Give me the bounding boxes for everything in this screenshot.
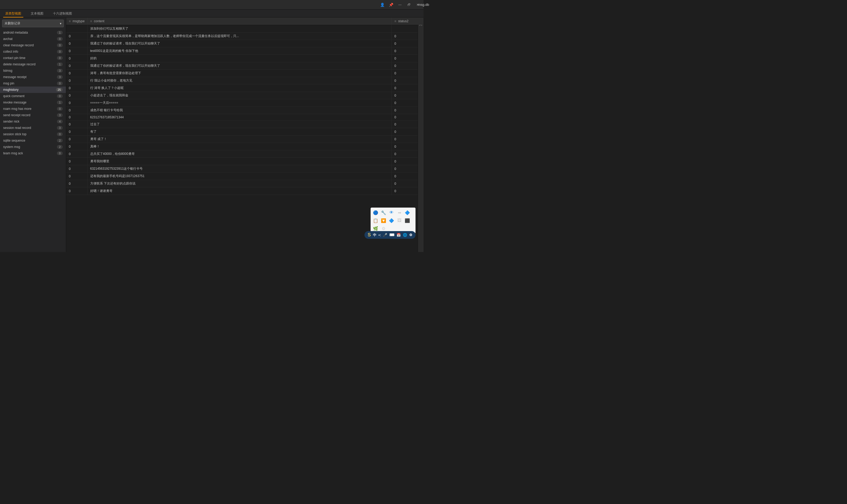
toolbar-btn-7[interactable]: 🔽 [380,217,387,224]
toolbar-btn-6[interactable]: 📋 [372,217,379,224]
toolbar-btn-9[interactable]: 🖼 [396,217,403,224]
table-row[interactable]: 0=====一天后=====0 [66,99,424,107]
cell-msgtype: 0 [66,165,87,173]
sidebar-item-label: msg pin [3,82,57,85]
table-row[interactable]: 0行 涛哥 换人了？小超呢0 [66,85,424,92]
tab-text[interactable]: 文本视图 [29,10,46,17]
col-icon-status2: ≡ [394,19,396,23]
table-row[interactable]: 0我通过了你的验证请求，现在我们可以开始聊天了0 [66,40,424,48]
cell-content: 方便联系 下次还有好的点跟你说 [87,180,392,187]
sidebar-item-quick-comment[interactable]: quick comment0 [0,93,66,99]
cell-content: 我通过了你的验证请求，现在我们可以开始聊天了 [87,40,392,48]
main-layout: 未删除记录 ▾ android metadata1avchat0clear me… [0,17,424,252]
col-header-msgtype[interactable]: ≡ msgtype [66,17,87,25]
cell-msgtype: 0 [66,114,87,121]
cell-content: 好的 [87,55,392,62]
maximize-button[interactable]: 🗗 [406,2,412,7]
sidebar-item-count: 0 [57,82,63,85]
sidebar-item-system-msg[interactable]: system msg2 [0,144,66,150]
table-container[interactable]: ≡ msgtype ≡ content ≡ status2 [66,17,424,252]
col-header-content[interactable]: ≡ content [87,17,392,25]
sidebar-item-count: 0 [57,107,63,111]
toolbar-btn-3[interactable]: 👁 [388,209,395,216]
toolbar-btn-4[interactable]: ➡ [396,209,403,216]
sidebar-item-label: lstmsg [3,69,57,73]
table-row[interactable]: 0方便联系 下次还有好的点跟你说0 [66,180,424,187]
sidebar-item-session-stick-top[interactable]: session stick top0 [0,131,66,138]
sidebar-item-team-msg-ack[interactable]: team msg ack0 [0,150,66,157]
cell-msgtype: 0 [66,99,87,107]
table-row[interactable]: 06321456319275323911这个银行卡号0 [66,165,424,173]
table-row[interactable]: 0还有我的最新手机号码是193712637510 [66,173,424,180]
sidebar-item-message-receipt[interactable]: message receipt3 [0,74,66,80]
table-row[interactable]: 0小超进去了，现在就我和金0 [66,92,424,99]
sidebar-item-avchat[interactable]: avchat0 [0,36,66,42]
table-row[interactable]: 0过去了0 [66,121,424,128]
cell-content: 6321456319275323911这个银行卡号 [87,165,392,173]
toolbar-btn-8[interactable]: 🔷 [388,217,395,224]
pin-icon[interactable]: 📌 [388,2,394,7]
table-row[interactable]: 0test0001这是沈涛的账号 你加下他0 [66,48,424,55]
tab-hex[interactable]: 十六进制视图 [51,10,74,17]
ime-menu[interactable]: ⚙ [409,233,412,237]
ime-calendar[interactable]: 📅 [397,233,401,237]
toolbar-btn-1[interactable]: 🔵 [372,209,379,216]
sidebar-item-label: system msg [3,145,57,149]
sidebar-item-count: 3 [57,69,63,73]
ime-bar[interactable]: S 中 •: 🎤 ⌨ 📅 🌐 ⚙ [364,231,416,239]
tab-primitive[interactable]: 原类型视图 [3,10,23,17]
sidebar-dropdown[interactable]: 未删除记录 ▾ [2,20,64,27]
table-row[interactable]: 0好的0 [66,55,424,62]
sidebar-item-label: msghistory [3,88,56,92]
minimize-button[interactable]: — [397,2,403,7]
sidebar-item-revoke-message[interactable]: revoke message1 [0,99,66,106]
cell-msgtype: 0 [66,187,87,195]
ime-keyboard[interactable]: ⌨ [389,233,394,237]
table-row[interactable]: 0总共买了40000，给你8000勇哥0 [66,150,424,158]
sidebar-item-contact-pin-time[interactable]: contact pin time0 [0,55,66,61]
cell-content: 真棒！ [87,143,392,150]
cell-msgtype: 0 [66,48,87,55]
sidebar-item-sqlite-sequence[interactable]: sqlite sequence2 [0,138,66,144]
sidebar-item-send-receipt-record[interactable]: send receipt record3 [0,112,66,118]
sidebar-item-android-metadata[interactable]: android metadata1 [0,30,66,36]
sidebar-item-roam-msg-has-more[interactable]: roam msg has more0 [0,106,66,112]
sidebar-item-msg-pin[interactable]: msg pin0 [0,80,66,87]
sidebar-item-delete-message-record[interactable]: delete message record1 [0,61,66,68]
table-row[interactable]: 062312763718536713440 [66,114,424,121]
table-row[interactable]: 0成色不错 银行卡号给我0 [66,107,424,114]
col-header-status2[interactable]: ≡ status2 [392,17,424,25]
user-icon[interactable]: 👤 [380,2,385,7]
toolbar-btn-2[interactable]: 🔧 [380,209,387,216]
cell-content: 涛哥，勇哥有批货需要你那边处理下 [87,70,392,77]
table-row[interactable]: 添加到你们可以互相聊天了 [66,25,424,33]
table-row[interactable]: 0勇哥我转哪里0 [66,158,424,165]
table-row[interactable]: 0亲，这个流量变现其实很简单，是帮助商家增加活跃人数，老师带你完成一个流量任务以… [66,33,424,40]
table-row[interactable]: 0真棒！0 [66,143,424,150]
sidebar-item-clear-message-record[interactable]: clear message record0 [0,42,66,49]
table-row[interactable]: 0有了0 [66,128,424,136]
settings-panel[interactable]: 设置列 [418,17,424,252]
sidebar-item-msghistory[interactable]: msghistory25 [0,87,66,93]
tab-bar: 原类型视图文本视图十六进制视图 [0,10,424,17]
cell-msgtype: 0 [66,77,87,85]
cell-msgtype: 0 [66,85,87,92]
sidebar-item-sender-nick[interactable]: sender nick4 [0,118,66,125]
table-row[interactable]: 0勇哥 成了！0 [66,136,424,143]
table-row[interactable]: 0涛哥，勇哥有批货需要你那边处理下0 [66,70,424,77]
sidebar-item-lstmsg[interactable]: lstmsg3 [0,68,66,74]
sidebar-item-session-read-record[interactable]: session read record3 [0,125,66,131]
ime-chinese[interactable]: 中 [373,233,376,237]
table-row[interactable]: 0行 我让小金对接你，老地方见0 [66,77,424,85]
table-row[interactable]: 0好嗯！谢谢勇哥0 [66,187,424,195]
toolbar-btn-10[interactable]: ⬛ [404,217,411,224]
table-row[interactable]: 0我通过了你的验证请求，现在我们可以开始聊天了0 [66,62,424,70]
toolbar-btn-5[interactable]: 🔷 [404,209,411,216]
cell-content: 小超进去了，现在就我和金 [87,92,392,99]
ime-globe[interactable]: 🌐 [403,233,407,237]
ime-punctuation[interactable]: •: [379,233,381,237]
ime-voice[interactable]: 🎤 [383,233,387,237]
sidebar-item-label: contact pin time [3,56,57,60]
window-controls: 👤 📌 — 🗗 ✕ [380,2,420,7]
sidebar-item-collect-info[interactable]: collect info0 [0,49,66,55]
